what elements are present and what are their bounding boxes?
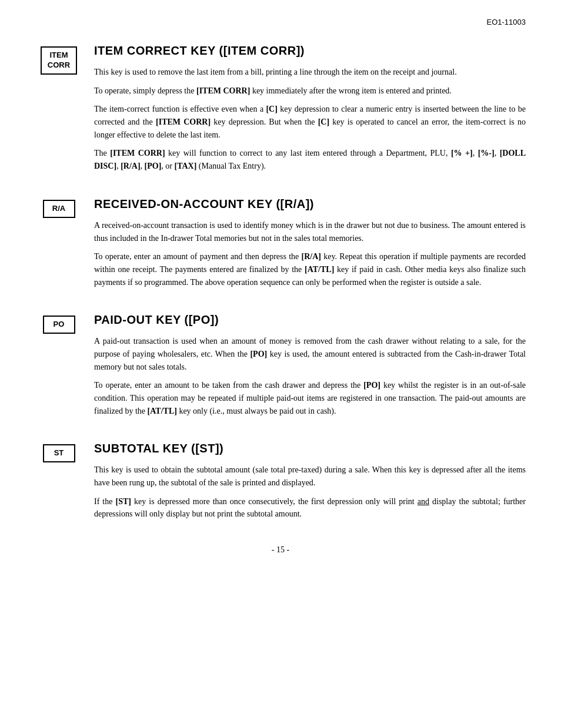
para-item-corr-1: This key is used to remove the last item… [94,66,526,79]
section-content-item-corr: ITEM CORRECT KEY ([ITEM CORR]) This key … [82,44,526,179]
section-title-st: SUBTOTAL KEY ([ST]) [94,442,526,455]
section-po: PO PAID-OUT KEY ([PO]) A paid-out transa… [35,313,526,423]
para-st-1: This key is used to obtain the subtotal … [94,464,526,489]
section-title-item-corr: ITEM CORRECT KEY ([ITEM CORR]) [94,44,526,58]
section-content-ra: RECEIVED-ON-ACCOUNT KEY ([R/A]) A receiv… [82,197,526,294]
key-box-container-ra: R/A [35,197,82,218]
para-item-corr-4: The [ITEM CORR] key will function to cor… [94,147,526,172]
page-footer: - 15 - [35,545,526,555]
section-body-ra: A received-on-account transaction is use… [94,219,526,288]
page-number: - 15 - [272,545,289,554]
section-body-item-corr: This key is used to remove the last item… [94,66,526,173]
key-box-ra: R/A [43,200,75,218]
key-box-container-item-corr: ITEM CORR [35,44,82,75]
para-item-corr-3: The item-correct function is effective e… [94,103,526,141]
section-st: ST SUBTOTAL KEY ([ST]) This key is used … [35,442,526,526]
para-st-2: If the [ST] key is depressed more than o… [94,495,526,521]
para-po-2: To operate, enter an amount to be taken … [94,379,526,417]
section-item-corr: ITEM CORR ITEM CORRECT KEY ([ITEM CORR])… [35,44,526,179]
section-content-po: PAID-OUT KEY ([PO]) A paid-out transacti… [82,313,526,423]
para-ra-2: To operate, enter an amount of payment a… [94,250,526,288]
section-title-po: PAID-OUT KEY ([PO]) [94,313,526,327]
key-box-container-st: ST [35,442,82,462]
section-title-ra: RECEIVED-ON-ACCOUNT KEY ([R/A]) [94,197,526,211]
section-content-st: SUBTOTAL KEY ([ST]) This key is used to … [82,442,526,526]
key-box-po: PO [43,316,75,334]
doc-number: EO1-11003 [487,18,526,26]
para-item-corr-2: To operate, simply depress the [ITEM COR… [94,85,526,98]
section-body-st: This key is used to obtain the subtotal … [94,464,526,521]
key-box-container-po: PO [35,313,82,334]
para-ra-1: A received-on-account transaction is use… [94,219,526,244]
para-po-1: A paid-out transaction is used when an a… [94,335,526,373]
section-ra: R/A RECEIVED-ON-ACCOUNT KEY ([R/A]) A re… [35,197,526,294]
page-header: EO1-11003 [35,18,526,26]
section-body-po: A paid-out transaction is used when an a… [94,335,526,417]
key-box-item-corr: ITEM CORR [41,46,77,75]
key-box-st: ST [43,444,75,462]
